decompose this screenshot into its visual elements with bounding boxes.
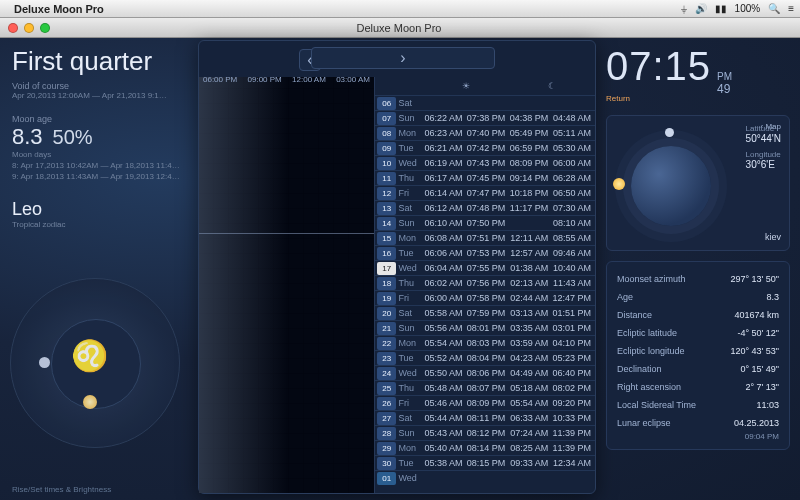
stat-row: Declination0° 15' 49"	[617, 360, 779, 378]
hour-header: 03:00 AM	[336, 75, 370, 84]
table-row[interactable]: 06Sat	[375, 95, 595, 110]
time-cell: 07:24 AM	[509, 428, 552, 438]
table-row[interactable]: 09Tue06:21 AM07:42 PM06:59 PM05:30 AM	[375, 140, 595, 155]
next-month-button[interactable]: ›	[311, 47, 495, 69]
table-row[interactable]: 20Sat05:58 AM07:59 PM03:13 AM01:51 PM	[375, 305, 595, 320]
zodiac-wheel[interactable]: ♌	[10, 278, 180, 448]
day-badge: 07	[377, 112, 396, 125]
time-cell: 06:02 AM	[424, 278, 467, 288]
battery-icon[interactable]: ▮▮	[715, 3, 727, 14]
day-badge: 16	[377, 247, 396, 260]
app-content: First quarter Void of course Apr 20,2013…	[0, 38, 800, 500]
table-row[interactable]: 23Tue05:52 AM08:04 PM04:23 AM05:23 PM	[375, 350, 595, 365]
table-row[interactable]: 21Sun05:56 AM08:01 PM03:35 AM03:01 PM	[375, 320, 595, 335]
day-of-week: Mon	[398, 128, 423, 138]
timeline-grid[interactable]: 06:00 PM 09:00 PM 12:00 AM 03:00 AM	[199, 77, 375, 493]
table-row[interactable]: 10Wed06:19 AM07:43 PM08:09 PM06:00 AM	[375, 155, 595, 170]
time-cell: 07:45 PM	[467, 173, 510, 183]
stat-key: Age	[617, 292, 633, 302]
time-cell: 05:38 AM	[424, 458, 467, 468]
mac-menubar: Deluxe Moon Pro ⏚ 🔊 ▮▮ 100% 🔍 ≡	[0, 0, 800, 18]
table-row[interactable]: 08Mon06:23 AM07:40 PM05:49 PM05:11 AM	[375, 125, 595, 140]
hour-header: 12:00 AM	[292, 75, 326, 84]
table-row[interactable]: 28Sun05:43 AM08:12 PM07:24 AM11:39 PM	[375, 425, 595, 440]
left-column: First quarter Void of course Apr 20,2013…	[12, 46, 192, 229]
sun-header-icon: ☀	[423, 81, 509, 91]
table-row[interactable]: 27Sat05:44 AM08:11 PM06:33 AM10:33 PM	[375, 410, 595, 425]
time-cell: 11:39 PM	[552, 428, 595, 438]
menu-extra-icon[interactable]: ≡	[788, 3, 794, 14]
return-link[interactable]: Return	[606, 94, 790, 103]
time-cell: 07:58 PM	[467, 293, 510, 303]
table-row[interactable]: 29Mon05:40 AM08:14 PM08:25 AM11:39 PM	[375, 440, 595, 455]
hour-header: 06:00 PM	[203, 75, 237, 84]
time-cell: 11:39 PM	[552, 443, 595, 453]
city-name[interactable]: kiev	[765, 232, 781, 242]
table-row[interactable]: 25Thu05:48 AM08:07 PM05:18 AM08:02 PM	[375, 380, 595, 395]
close-button[interactable]	[8, 23, 18, 33]
time-cell: 05:50 AM	[424, 368, 467, 378]
table-row[interactable]: 07Sun06:22 AM07:38 PM04:38 PM04:48 AM	[375, 110, 595, 125]
zoom-button[interactable]	[40, 23, 50, 33]
menubar-status: ⏚ 🔊 ▮▮ 100% 🔍 ≡	[681, 3, 794, 14]
time-cell: 12:34 AM	[552, 458, 595, 468]
table-row[interactable]: 16Tue06:06 AM07:53 PM12:57 AM09:46 AM	[375, 245, 595, 260]
time-cell: 02:13 AM	[509, 278, 552, 288]
time-cell: 06:28 AM	[552, 173, 595, 183]
time-cell: 08:02 PM	[552, 383, 595, 393]
stat-value: 04.25.2013	[734, 418, 779, 428]
latitude-label: Latitude	[746, 124, 781, 133]
time-cell: 11:17 PM	[509, 203, 552, 213]
stat-key: Distance	[617, 310, 652, 320]
time-cell: 07:59 PM	[467, 308, 510, 318]
stat-row: Moonset azimuth297° 13' 50"	[617, 270, 779, 288]
table-row[interactable]: 26Fri05:46 AM08:09 PM05:54 AM09:20 PM	[375, 395, 595, 410]
day-badge: 26	[377, 397, 396, 410]
time-cell: 03:01 PM	[552, 323, 595, 333]
time-cell: 06:00 AM	[552, 158, 595, 168]
table-row[interactable]: 11Thu06:17 AM07:45 PM09:14 PM06:28 AM	[375, 170, 595, 185]
time-cell: 12:11 AM	[509, 233, 552, 243]
table-row[interactable]: 30Tue05:38 AM08:15 PM09:33 AM12:34 AM	[375, 455, 595, 470]
table-row[interactable]: 15Mon06:08 AM07:51 PM12:11 AM08:55 AM	[375, 230, 595, 245]
table-row[interactable]: 01Wed	[375, 470, 595, 485]
table-row[interactable]: 22Mon05:54 AM08:03 PM03:59 AM04:10 PM	[375, 335, 595, 350]
latitude-value: 50°44'N	[746, 133, 781, 144]
time-cell: 12:47 PM	[552, 293, 595, 303]
time-cell: 08:06 PM	[467, 368, 510, 378]
table-row[interactable]: 13Sat06:12 AM07:48 PM11:17 PM07:30 AM	[375, 200, 595, 215]
time-cell: 06:21 AM	[424, 143, 467, 153]
table-row[interactable]: 24Wed05:50 AM08:06 PM04:49 AM06:40 PM	[375, 365, 595, 380]
time-cell: 04:10 PM	[552, 338, 595, 348]
stat-row: Ecliptic latitude-4° 50' 12"	[617, 324, 779, 342]
day-of-week: Sat	[398, 98, 423, 108]
illumination-value: 50%	[53, 126, 93, 149]
day-badge: 29	[377, 442, 396, 455]
time-cell: 08:11 PM	[467, 413, 510, 423]
globe-icon[interactable]	[631, 146, 711, 226]
day-badge: 08	[377, 127, 396, 140]
time-cell: 07:48 PM	[467, 203, 510, 213]
time-cell: 04:49 AM	[509, 368, 552, 378]
day-badge: 17	[377, 262, 396, 275]
table-row[interactable]: 17Wed06:04 AM07:55 PM01:38 AM10:40 AM	[375, 260, 595, 275]
spotlight-icon[interactable]: 🔍	[768, 3, 780, 14]
day-badge: 25	[377, 382, 396, 395]
day-of-week: Fri	[398, 398, 423, 408]
table-row[interactable]: 19Fri06:00 AM07:58 PM02:44 AM12:47 PM	[375, 290, 595, 305]
day-of-week: Sat	[398, 413, 423, 423]
clock-time: 07:15	[606, 44, 711, 89]
time-cell: 08:55 AM	[552, 233, 595, 243]
time-cell: 03:13 AM	[509, 308, 552, 318]
minimize-button[interactable]	[24, 23, 34, 33]
table-row[interactable]: 18Thu06:02 AM07:56 PM02:13 AM11:43 AM	[375, 275, 595, 290]
time-cell: 06:04 AM	[424, 263, 467, 273]
time-cell: 07:56 PM	[467, 278, 510, 288]
time-cell: 05:11 AM	[552, 128, 595, 138]
table-row[interactable]: 12Fri06:14 AM07:47 PM10:18 PM06:50 AM	[375, 185, 595, 200]
volume-icon[interactable]: 🔊	[695, 3, 707, 14]
phase-line	[199, 233, 374, 234]
table-row[interactable]: 14Sun06:10 AM07:50 PM08:10 AM	[375, 215, 595, 230]
wifi-icon[interactable]: ⏚	[681, 3, 687, 14]
menubar-app-name[interactable]: Deluxe Moon Pro	[14, 3, 104, 15]
